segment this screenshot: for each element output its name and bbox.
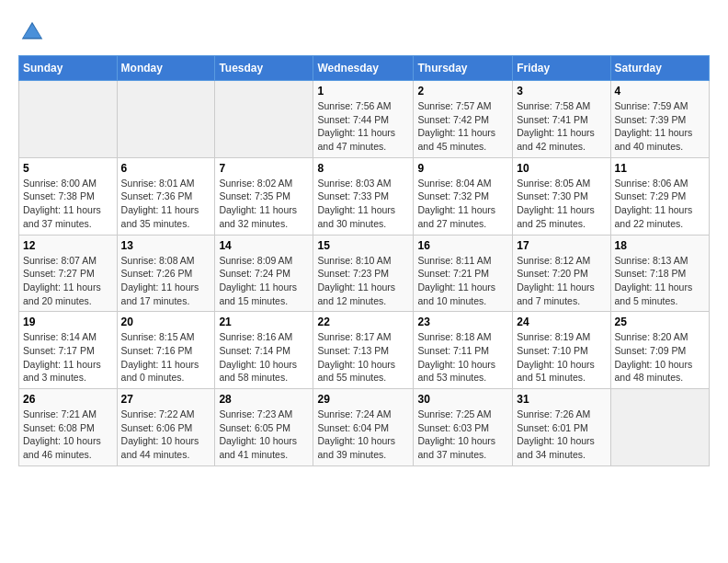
weekday-header-tuesday: Tuesday	[215, 56, 313, 81]
day-number: 31	[517, 393, 606, 406]
day-number: 9	[417, 162, 508, 175]
calendar-cell: 8Sunrise: 8:03 AM Sunset: 7:33 PM Daylig…	[313, 157, 414, 235]
calendar-cell: 19Sunrise: 8:14 AM Sunset: 7:17 PM Dayli…	[19, 312, 118, 389]
weekday-header-wednesday: Wednesday	[313, 56, 414, 81]
page-header	[18, 18, 710, 46]
calendar-cell: 14Sunrise: 8:09 AM Sunset: 7:24 PM Dayli…	[215, 235, 313, 312]
day-number: 10	[517, 162, 606, 175]
day-number: 20	[121, 316, 211, 328]
calendar-cell: 17Sunrise: 8:12 AM Sunset: 7:20 PM Dayli…	[513, 235, 610, 312]
day-info: Sunrise: 8:07 AM Sunset: 7:27 PM Dayligh…	[23, 254, 113, 308]
calendar-cell: 29Sunrise: 7:24 AM Sunset: 6:04 PM Dayli…	[313, 389, 414, 466]
day-number: 5	[23, 162, 113, 175]
calendar-cell: 7Sunrise: 8:02 AM Sunset: 7:35 PM Daylig…	[215, 157, 313, 235]
day-info: Sunrise: 7:22 AM Sunset: 6:06 PM Dayligh…	[121, 408, 211, 462]
calendar-cell: 5Sunrise: 8:00 AM Sunset: 7:38 PM Daylig…	[19, 157, 118, 235]
day-number: 13	[121, 239, 211, 252]
day-info: Sunrise: 8:03 AM Sunset: 7:33 PM Dayligh…	[317, 177, 409, 231]
day-info: Sunrise: 8:00 AM Sunset: 7:38 PM Dayligh…	[23, 177, 113, 231]
day-number: 27	[121, 393, 211, 406]
day-info: Sunrise: 8:06 AM Sunset: 7:29 PM Dayligh…	[615, 177, 705, 231]
calendar-cell: 21Sunrise: 8:16 AM Sunset: 7:14 PM Dayli…	[215, 312, 313, 389]
day-number: 23	[417, 316, 508, 328]
day-number: 4	[615, 85, 705, 98]
day-info: Sunrise: 8:19 AM Sunset: 7:10 PM Dayligh…	[517, 330, 606, 385]
calendar-cell: 16Sunrise: 8:11 AM Sunset: 7:21 PM Dayli…	[414, 235, 513, 312]
calendar-cell	[215, 81, 313, 158]
calendar-cell: 6Sunrise: 8:01 AM Sunset: 7:36 PM Daylig…	[117, 157, 215, 235]
calendar-cell: 11Sunrise: 8:06 AM Sunset: 7:29 PM Dayli…	[610, 157, 709, 235]
day-info: Sunrise: 8:17 AM Sunset: 7:13 PM Dayligh…	[317, 330, 409, 385]
weekday-header-saturday: Saturday	[610, 56, 709, 81]
calendar-cell: 1Sunrise: 7:56 AM Sunset: 7:44 PM Daylig…	[313, 81, 414, 158]
day-number: 15	[317, 239, 409, 252]
weekday-header-thursday: Thursday	[414, 56, 513, 81]
day-number: 21	[219, 316, 309, 328]
calendar-cell: 27Sunrise: 7:22 AM Sunset: 6:06 PM Dayli…	[117, 389, 215, 466]
logo	[18, 18, 50, 46]
calendar-table: SundayMondayTuesdayWednesdayThursdayFrid…	[18, 55, 710, 466]
calendar-cell: 12Sunrise: 8:07 AM Sunset: 7:27 PM Dayli…	[19, 235, 118, 312]
day-info: Sunrise: 8:05 AM Sunset: 7:30 PM Dayligh…	[517, 177, 606, 231]
calendar-cell: 2Sunrise: 7:57 AM Sunset: 7:42 PM Daylig…	[414, 81, 513, 158]
day-number: 2	[417, 85, 508, 98]
calendar-cell: 13Sunrise: 8:08 AM Sunset: 7:26 PM Dayli…	[117, 235, 215, 312]
weekday-header-friday: Friday	[513, 56, 610, 81]
logo-icon	[18, 18, 46, 46]
day-info: Sunrise: 8:02 AM Sunset: 7:35 PM Dayligh…	[219, 177, 309, 231]
day-number: 28	[219, 393, 309, 406]
calendar-cell: 25Sunrise: 8:20 AM Sunset: 7:09 PM Dayli…	[610, 312, 709, 389]
calendar-cell: 9Sunrise: 8:04 AM Sunset: 7:32 PM Daylig…	[414, 157, 513, 235]
calendar-cell: 4Sunrise: 7:59 AM Sunset: 7:39 PM Daylig…	[610, 81, 709, 158]
day-info: Sunrise: 7:59 AM Sunset: 7:39 PM Dayligh…	[615, 99, 705, 154]
calendar-cell: 31Sunrise: 7:26 AM Sunset: 6:01 PM Dayli…	[513, 389, 610, 466]
calendar-cell: 30Sunrise: 7:25 AM Sunset: 6:03 PM Dayli…	[414, 389, 513, 466]
day-info: Sunrise: 7:57 AM Sunset: 7:42 PM Dayligh…	[417, 99, 508, 154]
calendar-cell: 10Sunrise: 8:05 AM Sunset: 7:30 PM Dayli…	[513, 157, 610, 235]
day-info: Sunrise: 8:01 AM Sunset: 7:36 PM Dayligh…	[121, 177, 211, 231]
day-number: 7	[219, 162, 309, 175]
calendar-cell	[19, 81, 118, 158]
day-number: 16	[417, 239, 508, 252]
week-row-5: 26Sunrise: 7:21 AM Sunset: 6:08 PM Dayli…	[19, 389, 710, 466]
calendar-cell: 22Sunrise: 8:17 AM Sunset: 7:13 PM Dayli…	[313, 312, 414, 389]
day-number: 24	[517, 316, 606, 328]
day-number: 30	[417, 393, 508, 406]
calendar-cell: 18Sunrise: 8:13 AM Sunset: 7:18 PM Dayli…	[610, 235, 709, 312]
day-number: 3	[517, 85, 606, 98]
calendar-cell: 3Sunrise: 7:58 AM Sunset: 7:41 PM Daylig…	[513, 81, 610, 158]
week-row-4: 19Sunrise: 8:14 AM Sunset: 7:17 PM Dayli…	[19, 312, 710, 389]
calendar-cell: 23Sunrise: 8:18 AM Sunset: 7:11 PM Dayli…	[414, 312, 513, 389]
day-number: 22	[317, 316, 409, 328]
calendar-cell: 20Sunrise: 8:15 AM Sunset: 7:16 PM Dayli…	[117, 312, 215, 389]
day-info: Sunrise: 8:15 AM Sunset: 7:16 PM Dayligh…	[121, 330, 211, 385]
day-info: Sunrise: 7:23 AM Sunset: 6:05 PM Dayligh…	[219, 408, 309, 462]
day-info: Sunrise: 7:26 AM Sunset: 6:01 PM Dayligh…	[517, 408, 606, 462]
day-info: Sunrise: 8:16 AM Sunset: 7:14 PM Dayligh…	[219, 330, 309, 385]
svg-marker-1	[23, 24, 41, 38]
day-number: 18	[615, 239, 705, 252]
day-number: 14	[219, 239, 309, 252]
day-number: 8	[317, 162, 409, 175]
calendar-cell: 28Sunrise: 7:23 AM Sunset: 6:05 PM Dayli…	[215, 389, 313, 466]
week-row-2: 5Sunrise: 8:00 AM Sunset: 7:38 PM Daylig…	[19, 157, 710, 235]
day-number: 11	[615, 162, 705, 175]
day-number: 12	[23, 239, 113, 252]
day-number: 1	[317, 85, 409, 98]
day-info: Sunrise: 7:25 AM Sunset: 6:03 PM Dayligh…	[417, 408, 508, 462]
calendar-cell	[610, 389, 709, 466]
day-info: Sunrise: 7:24 AM Sunset: 6:04 PM Dayligh…	[317, 408, 409, 462]
day-info: Sunrise: 8:20 AM Sunset: 7:09 PM Dayligh…	[615, 330, 705, 385]
day-info: Sunrise: 8:12 AM Sunset: 7:20 PM Dayligh…	[517, 254, 606, 308]
day-number: 17	[517, 239, 606, 252]
weekday-header-row: SundayMondayTuesdayWednesdayThursdayFrid…	[19, 56, 710, 81]
day-info: Sunrise: 7:58 AM Sunset: 7:41 PM Dayligh…	[517, 99, 606, 154]
day-info: Sunrise: 8:10 AM Sunset: 7:23 PM Dayligh…	[317, 254, 409, 308]
day-number: 25	[615, 316, 705, 328]
weekday-header-monday: Monday	[117, 56, 215, 81]
day-info: Sunrise: 8:18 AM Sunset: 7:11 PM Dayligh…	[417, 330, 508, 385]
calendar-cell: 26Sunrise: 7:21 AM Sunset: 6:08 PM Dayli…	[19, 389, 118, 466]
day-number: 26	[23, 393, 113, 406]
week-row-1: 1Sunrise: 7:56 AM Sunset: 7:44 PM Daylig…	[19, 81, 710, 158]
day-info: Sunrise: 8:08 AM Sunset: 7:26 PM Dayligh…	[121, 254, 211, 308]
